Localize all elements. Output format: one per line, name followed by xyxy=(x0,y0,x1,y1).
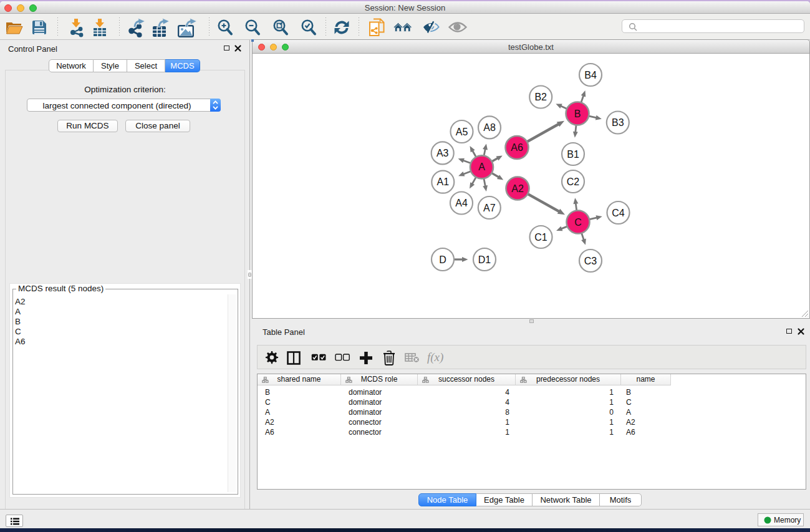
svg-text:D1: D1 xyxy=(478,254,491,265)
svg-text:A: A xyxy=(478,162,485,172)
svg-text:C1: C1 xyxy=(534,232,547,243)
svg-text:D: D xyxy=(439,254,446,265)
svg-text:A1: A1 xyxy=(437,177,450,187)
svg-text:A8: A8 xyxy=(483,122,496,133)
svg-text:A2: A2 xyxy=(511,183,524,194)
svg-text:A6: A6 xyxy=(511,142,523,153)
svg-text:B3: B3 xyxy=(612,117,624,128)
svg-text:B4: B4 xyxy=(584,70,597,80)
svg-text:C: C xyxy=(574,217,582,228)
svg-text:C4: C4 xyxy=(612,208,625,218)
svg-text:C3: C3 xyxy=(584,256,597,266)
svg-text:B2: B2 xyxy=(534,92,547,102)
svg-text:A5: A5 xyxy=(456,127,468,137)
svg-text:C2: C2 xyxy=(567,177,580,187)
svg-text:B1: B1 xyxy=(567,149,579,160)
svg-text:A7: A7 xyxy=(483,203,496,213)
svg-text:A3: A3 xyxy=(436,148,449,158)
svg-text:B: B xyxy=(574,109,581,119)
svg-text:A4: A4 xyxy=(455,198,468,208)
